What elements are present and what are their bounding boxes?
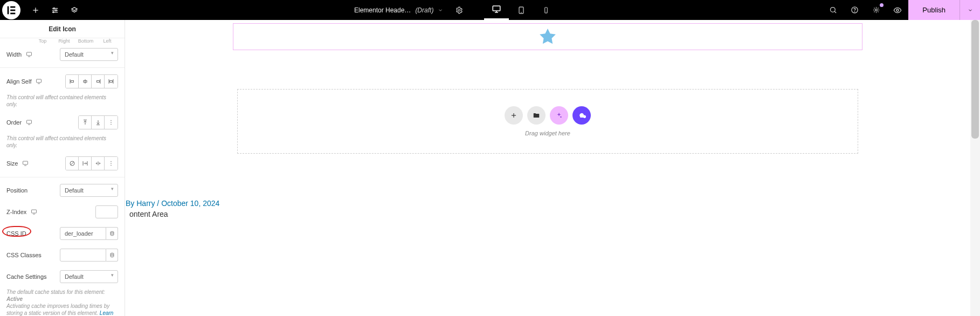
svg-point-25 [875,9,877,11]
svg-point-34 [896,9,899,11]
responsive-icon[interactable] [26,119,32,126]
svg-line-33 [878,8,878,8]
svg-point-56 [111,124,112,125]
help-icon[interactable] [844,0,865,20]
preview-eye-icon[interactable] [887,0,908,20]
svg-point-72 [111,231,114,233]
document-title[interactable]: Elementor Heade… (Draft) [348,0,450,20]
svg-point-68 [111,163,112,164]
cache-label: Cache Settings [6,273,47,280]
position-row: Position Default [6,180,118,201]
svg-point-73 [111,253,114,255]
svg-point-7 [53,8,54,9]
cssclasses-label: CSS Classes [6,252,42,258]
add-button[interactable] [26,0,45,20]
post-meta: By Harry / October 10, 2024 [125,199,970,208]
responsive-icon[interactable] [22,160,29,167]
size-label: Size [6,160,18,167]
position-label: Position [6,187,27,194]
position-select[interactable]: Default [60,184,118,197]
size-more[interactable] [105,157,118,170]
align-end[interactable] [92,75,105,88]
chevron-down-icon [968,8,973,13]
settings-sliders-icon[interactable] [45,0,65,20]
editor-canvas[interactable]: Drag widget here By Harry / October 10, … [125,20,970,316]
content-area-label: ontent Area [125,210,970,218]
align-self-group [65,74,118,88]
dynamic-icon[interactable] [106,227,118,240]
publish-dropdown[interactable] [960,0,980,20]
search-icon[interactable] [822,0,844,20]
responsive-icon[interactable] [31,209,37,215]
size-none[interactable] [66,157,79,170]
cache-select[interactable]: Default [60,270,118,283]
align-center[interactable] [79,75,92,88]
svg-rect-14 [493,6,501,11]
svg-rect-70 [32,210,37,213]
width-row: Width Default [6,44,118,65]
width-select[interactable]: Default [60,48,118,61]
cache-row: Cache Settings Default [6,266,118,287]
svg-point-69 [111,165,112,166]
author-link[interactable]: Harry [136,199,155,208]
svg-rect-3 [10,12,15,14]
svg-point-21 [830,8,835,12]
zindex-input[interactable] [95,205,118,218]
add-widget-button[interactable] [505,106,523,125]
cssclasses-row: CSS Classes [6,244,118,266]
svg-point-77 [582,114,583,115]
size-shrink[interactable] [92,157,105,170]
publish-button[interactable]: Publish [908,0,960,20]
align-self-label: Align Self [6,78,31,85]
align-start[interactable] [66,75,79,88]
svg-line-60 [71,162,74,165]
order-first[interactable] [79,116,92,129]
cssclasses-input[interactable] [60,249,106,262]
zindex-label: Z-Index [6,209,26,215]
responsive-icon[interactable] [36,78,42,85]
scrollbar-thumb[interactable] [971,20,979,139]
svg-marker-12 [72,7,78,10]
device-desktop[interactable] [484,0,509,20]
order-last[interactable] [92,116,105,129]
notifications-icon[interactable] [865,0,887,20]
elementor-logo[interactable] [2,1,20,19]
page-settings-gear-icon[interactable] [450,0,469,20]
order-help: This control will affect contained eleme… [6,134,118,152]
svg-point-67 [111,161,112,162]
align-help: This control will affect contained eleme… [6,93,118,111]
layers-icon[interactable] [65,0,84,20]
star-icon[interactable] [537,26,558,47]
ai-button[interactable] [550,106,568,125]
cssid-label: CSS ID [6,230,26,237]
svg-rect-0 [8,6,9,14]
svg-point-24 [854,11,855,12]
svg-rect-48 [27,120,32,123]
date-link[interactable]: October 10, 2024 [161,199,219,208]
device-mobile[interactable] [534,0,558,20]
notification-dot [880,3,884,7]
vertical-scrollbar[interactable] [970,20,980,316]
generate-button[interactable] [572,106,591,125]
drag-widget-text: Drag widget here [525,130,570,136]
align-stretch[interactable] [105,75,118,88]
responsive-icon[interactable] [26,51,32,58]
drop-zone[interactable]: Drag widget here [237,89,858,154]
svg-rect-1 [10,6,15,8]
svg-point-54 [111,120,112,121]
svg-line-30 [874,8,874,8]
folder-button[interactable] [527,106,546,125]
svg-rect-2 [10,9,15,11]
chevron-down-icon [438,8,443,13]
selected-section[interactable] [233,23,862,50]
svg-rect-57 [23,161,28,164]
cssid-input[interactable] [60,227,106,240]
svg-point-9 [56,9,57,10]
svg-point-11 [53,11,54,12]
order-more[interactable] [105,116,118,129]
size-grow[interactable] [79,157,92,170]
svg-point-55 [111,122,112,123]
svg-point-76 [560,116,561,118]
device-tablet[interactable] [509,0,534,20]
dynamic-icon[interactable] [106,249,118,262]
